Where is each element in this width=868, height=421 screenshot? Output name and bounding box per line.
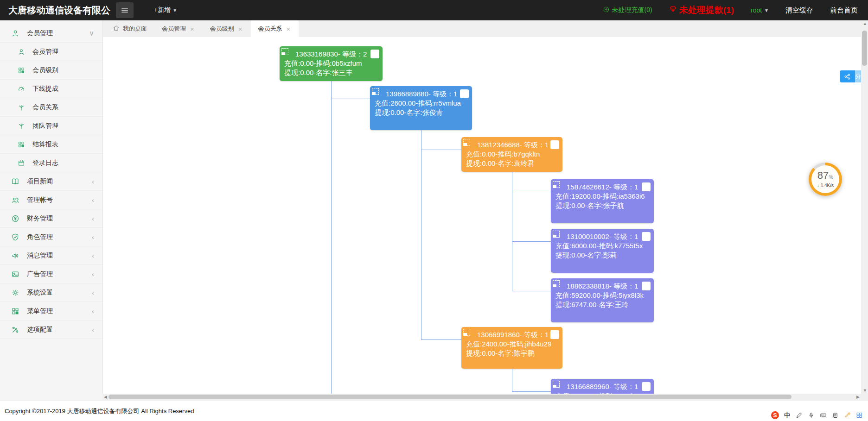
- blue-grid-icon[interactable]: [855, 411, 863, 419]
- front-home-button[interactable]: 前台首页: [830, 6, 858, 15]
- sidebar-toggle-button[interactable]: [116, 2, 134, 18]
- tab-label: 会员关系: [258, 25, 282, 33]
- member-node[interactable]: 13966889880- 等级：1充值:2600.00-推码:rr5vmlua提…: [370, 86, 472, 130]
- member-relation-tree-canvas[interactable]: 13633169830- 等级：2充值:0.00-推码:0b5xzfum提现:0…: [102, 37, 861, 394]
- expand-toggle-icon[interactable]: [553, 231, 560, 238]
- pen-icon[interactable]: [795, 411, 803, 419]
- copyright-text: Copyright ©2017-2019 大唐移动通信设备有限公司 All Ri…: [5, 407, 194, 415]
- tree-connector: [421, 130, 421, 339]
- node-detail-line: 充值:19200.00-推码:ia5363i6: [555, 192, 649, 201]
- expand-toggle-icon[interactable]: [463, 329, 470, 336]
- member-node[interactable]: 18862338818- 等级：1充值:59200.00-推码:5iyx8l3k…: [551, 278, 654, 322]
- tab-close-icon[interactable]: ×: [189, 25, 195, 33]
- tab-会员关系[interactable]: 会员关系×: [251, 20, 299, 37]
- user-menu[interactable]: root ▼: [751, 6, 769, 14]
- node-checkbox[interactable]: [642, 282, 651, 290]
- member-node[interactable]: 13633169830- 等级：2充值:0.00-推码:0b5xzfum提现:0…: [280, 46, 383, 81]
- sidebar-item-9[interactable]: 管理帐号‹: [0, 191, 102, 209]
- tab-会员级别[interactable]: 会员级别×: [203, 20, 251, 37]
- tab-label: 我的桌面: [123, 25, 147, 33]
- caret-down-icon: ▼: [764, 8, 769, 13]
- sidebar-item-label: 会员关系: [32, 103, 102, 112]
- member-node[interactable]: 15874626612- 等级：1充值:19200.00-推码:ia5363i6…: [551, 179, 654, 223]
- expand-toggle-icon[interactable]: [553, 280, 560, 287]
- front-home-label: 前台首页: [830, 6, 858, 15]
- sidebar-item-14[interactable]: 系统设置‹: [0, 283, 102, 302]
- new-dropdown-button[interactable]: +新增 ▼: [154, 6, 177, 14]
- sogou-logo[interactable]: S: [771, 411, 779, 419]
- sidebar-item-2[interactable]: 会员级别: [0, 61, 102, 80]
- expand-toggle-icon[interactable]: [281, 48, 288, 55]
- node-title: 13966889880- 等级：1: [386, 89, 467, 99]
- member-node[interactable]: 13100010002- 等级：1充值:6000.00-推码:k7755t5x提…: [551, 229, 654, 273]
- node-checkbox[interactable]: [550, 140, 559, 149]
- clipboard-icon[interactable]: [831, 411, 839, 419]
- sidebar-item-1[interactable]: 会员管理: [0, 43, 102, 61]
- tab-会员管理[interactable]: 会员管理×: [154, 20, 203, 37]
- share-icon[interactable]: [840, 70, 855, 82]
- scroll-left-icon[interactable]: ◀: [104, 395, 107, 399]
- node-checkbox[interactable]: [460, 89, 469, 98]
- vertical-scrollbar[interactable]: ▲ ▼: [861, 20, 868, 400]
- node-detail-line: 提现:0.00-名字:彭莉: [555, 251, 649, 260]
- scroll-up-icon[interactable]: ▲: [863, 22, 867, 26]
- sidebar-item-15[interactable]: 菜单管理‹: [0, 302, 102, 320]
- input-mode-cn[interactable]: 中: [783, 411, 791, 419]
- scroll-right-icon[interactable]: ▶: [856, 395, 860, 399]
- grid-icon: [18, 67, 25, 74]
- sidebar-item-label: 财务管理: [27, 214, 92, 223]
- keyboard-icon[interactable]: [819, 411, 827, 419]
- sidebar-item-8[interactable]: 项目新闻‹: [0, 172, 102, 191]
- clear-cache-button[interactable]: 清空缓存: [785, 6, 813, 15]
- wrench-icon[interactable]: [843, 411, 851, 419]
- member-node[interactable]: 13166889960- 等级：1充值:2200.00-推码:7t8rph: [551, 379, 654, 394]
- sidebar-item-11[interactable]: 角色管理‹: [0, 228, 102, 246]
- member-node[interactable]: 13066991860- 等级：1充值:2400.00-推码:jihb4u29提…: [461, 327, 562, 369]
- node-checkbox[interactable]: [642, 232, 651, 241]
- sidebar-item-5[interactable]: 团队管理: [0, 117, 102, 135]
- home-icon: [113, 25, 120, 33]
- node-title: 13100010002- 等级：1: [567, 232, 649, 241]
- speaker-icon: [11, 251, 19, 260]
- sidebar-item-13[interactable]: 广告管理‹: [0, 265, 102, 283]
- tab-close-icon[interactable]: ×: [286, 25, 292, 33]
- horizontal-scrollbar[interactable]: ◀ ▶: [102, 394, 861, 400]
- node-detail-line: 提现:0.00-名字:陈宇鹏: [466, 349, 558, 358]
- download-progress-widget[interactable]: 87% ↓ 1.4K/s: [809, 163, 842, 196]
- scroll-down-icon[interactable]: ▼: [863, 389, 867, 393]
- tab-我的桌面[interactable]: 我的桌面: [105, 20, 154, 37]
- tab-close-icon[interactable]: ×: [237, 25, 243, 33]
- sidebar-item-7[interactable]: 登录日志: [0, 154, 102, 172]
- node-checkbox[interactable]: [370, 50, 379, 58]
- expand-toggle-icon[interactable]: [553, 381, 560, 388]
- expand-toggle-icon[interactable]: [463, 139, 470, 146]
- pending-recharge-link[interactable]: 未处理充值(0): [603, 6, 652, 14]
- sidebar-item-10[interactable]: 财务管理‹: [0, 209, 102, 228]
- sidebar-item-3[interactable]: 下线提成: [0, 80, 102, 98]
- tree-connector: [331, 99, 370, 99]
- node-checkbox[interactable]: [642, 182, 651, 191]
- sidebar-item-0[interactable]: 会员管理∨: [0, 24, 102, 43]
- tab-label: 会员级别: [210, 25, 234, 33]
- expand-toggle-icon[interactable]: [372, 88, 379, 95]
- footer: Copyright ©2017-2019 大唐移动通信设备有限公司 All Ri…: [0, 400, 868, 421]
- sidebar-item-4[interactable]: 会员关系: [0, 98, 102, 117]
- sidebar-item-16[interactable]: 选项配置‹: [0, 320, 102, 339]
- node-checkbox[interactable]: [550, 330, 559, 339]
- node-detail-line: 提现:0.00-名字:袁玲君: [466, 159, 558, 168]
- expand-toggle-icon[interactable]: [553, 181, 560, 188]
- sidebar-item-6[interactable]: 结算报表: [0, 135, 102, 154]
- pending-withdraw-link[interactable]: 未处理提款(1): [669, 4, 734, 16]
- sidebar-item-12[interactable]: 消息管理‹: [0, 246, 102, 265]
- share-widget[interactable]: 分: [840, 70, 862, 82]
- sidebar-item-label: 会员管理: [32, 48, 102, 56]
- node-checkbox[interactable]: [642, 382, 651, 391]
- mic-icon[interactable]: [807, 411, 815, 419]
- member-node[interactable]: 13812346688- 等级：1充值:0.00-推码:b7gqkltn提现:0…: [461, 137, 562, 172]
- sidebar-item-label: 消息管理: [27, 251, 92, 260]
- vertical-scroll-thumb[interactable]: [862, 31, 867, 66]
- tree-connector: [421, 339, 461, 340]
- sidebar-item-label: 菜单管理: [27, 307, 92, 315]
- horizontal-scroll-thumb[interactable]: [108, 395, 791, 399]
- tree-connector: [512, 369, 512, 391]
